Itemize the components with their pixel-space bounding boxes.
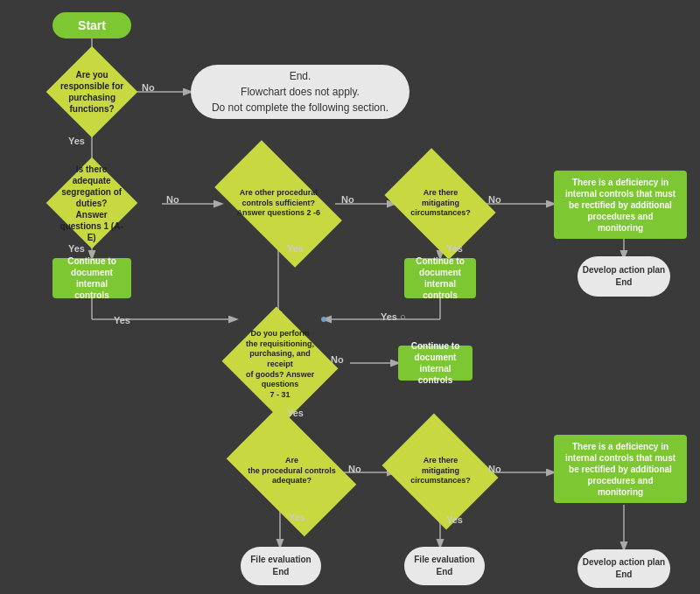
label-yes-d4: Yes <box>446 243 463 254</box>
label-no-d3: No <box>341 194 354 205</box>
action-plan-1: Develop action planEnd <box>578 256 670 297</box>
deficiency-box-2: There is a deficiency ininternal control… <box>554 435 687 503</box>
deficiency2-text: There is a deficiency ininternal control… <box>565 441 676 498</box>
file1-text: File evaluationEnd <box>250 554 311 578</box>
action-plan-2: Develop action planEnd <box>578 549 670 588</box>
diamond-requisition-text: Do you performthe requisitioning,purchas… <box>236 329 324 401</box>
label-no-d6: No <box>348 464 361 474</box>
cont3-text: Continue to documentinternal controls <box>403 340 467 386</box>
diamond-responsible-text: Are youresponsible forpurchasingfunction… <box>60 69 123 115</box>
diamond-segregation-text: Is there adequatesegregation ofduties? A… <box>60 164 124 243</box>
deficiency-box-1: There is a deficiency ininternal control… <box>554 171 687 239</box>
diamond-requisition: Do you performthe requisitioning,purchas… <box>222 307 339 423</box>
diamond-procedural-text: Are other proceduralcontrols sufficient?… <box>236 188 320 219</box>
deficiency1-text: There is a deficiency ininternal control… <box>565 177 676 234</box>
cont1-text: Continue to documentinternal controls <box>58 255 126 301</box>
diamond-adequate-text: Arethe procedural controlsadequate? <box>248 456 336 486</box>
label-yes-cont1: Yes <box>114 315 130 325</box>
label-no-d4: No <box>488 194 501 205</box>
label-no-d5: No <box>331 354 344 365</box>
cont-doc-3: Continue to documentinternal controls <box>398 346 472 381</box>
end-note-node: End.Flowchart does not apply.Do not comp… <box>191 65 410 119</box>
label-yes-d3: Yes <box>287 243 304 254</box>
file2-text: File evaluationEnd <box>414 554 474 578</box>
flowchart: Start Are youresponsible forpurchasingfu… <box>0 0 700 594</box>
diamond-segregation: Is there adequatesegregation ofduties? A… <box>46 157 138 249</box>
diamond-mitigating2-text: Are theremitigatingcircumstances? <box>410 456 471 486</box>
svg-point-21 <box>321 317 326 322</box>
label-yes-d5: Yes <box>287 408 304 418</box>
cont-doc-2: Continue to documentinternal controls <box>404 258 476 298</box>
action1-text: Develop action planEnd <box>583 264 665 289</box>
label-yes-cont2: Yes ○ <box>381 311 406 322</box>
diamond-responsible: Are youresponsible forpurchasingfunction… <box>46 46 138 138</box>
label-no-d2: No <box>166 194 179 205</box>
cont-doc-1: Continue to documentinternal controls <box>52 258 131 298</box>
file-eval-1: File evaluationEnd <box>241 547 321 585</box>
label-yes-d2: Yes <box>68 243 85 254</box>
start-node: Start <box>52 12 131 38</box>
end-note-text: End.Flowchart does not apply.Do not comp… <box>212 68 388 115</box>
start-label: Start <box>78 18 106 32</box>
label-yes-d1: Yes <box>68 136 85 146</box>
file-eval-2: File evaluationEnd <box>404 547 485 585</box>
cont2-text: Continue to documentinternal controls <box>410 255 471 301</box>
label-yes-d7: Yes <box>446 514 463 525</box>
action2-text: Develop action planEnd <box>583 556 665 581</box>
label-no-d1: No <box>142 82 155 93</box>
diamond-procedural: Are other proceduralcontrols sufficient?… <box>214 140 342 268</box>
label-no-d7: No <box>488 464 501 474</box>
label-yes-d6: Yes <box>289 512 305 522</box>
diamond-mitigating2: Are theremitigatingcircumstances? <box>382 414 499 530</box>
diamond-mitigating1: Are theremitigatingcircumstances? <box>384 148 495 259</box>
diamond-mitigating1-text: Are theremitigatingcircumstances? <box>410 188 471 219</box>
